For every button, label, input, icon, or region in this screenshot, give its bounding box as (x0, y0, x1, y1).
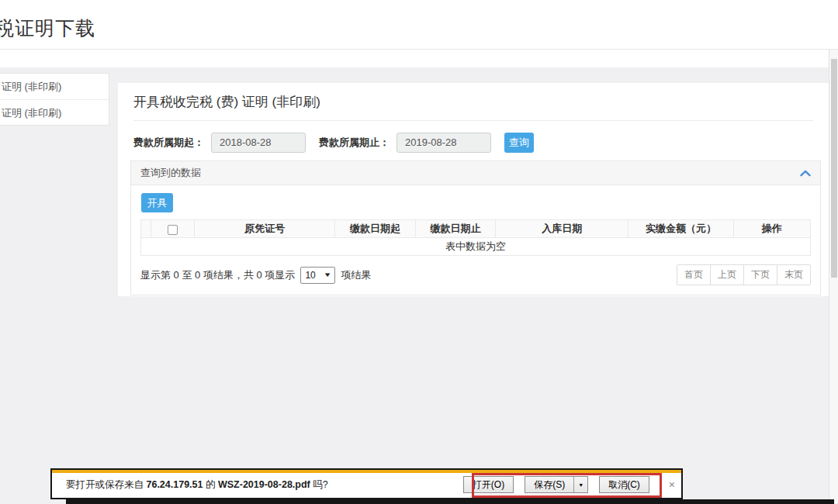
save-button[interactable]: 保存(S) (525, 476, 574, 493)
download-host: 76.24.179.51 (146, 479, 203, 490)
download-message-prefix: 要打开或保存来自 (66, 479, 144, 490)
pagination-row: 显示第 0 至 0 项结果，共 0 项显示 10 ▼ 项结果 首页 上页 下页 … (140, 256, 811, 295)
download-buttons-group: 打开(O) 保存(S) ▼ 取消(C) (463, 476, 649, 493)
results-panel: 查询到的数据 开具 (130, 161, 821, 295)
save-dropdown-icon[interactable]: ▼ (573, 476, 588, 493)
header-divider (0, 49, 838, 50)
select-all-cell (151, 220, 194, 238)
query-form: 费款所属期起： 2018-08-28 费款所属期止： 2019-08-28 查询 (133, 132, 534, 154)
scrollbar-thumb[interactable] (831, 59, 837, 278)
download-message: 要打开或保存来自 76.24.179.51 的 WSZ-2019-08-28.p… (66, 478, 328, 492)
main-panel: 开具税收完税 (费) 证明 (非印刷) 费款所属期起： 2018-08-28 费… (118, 83, 829, 296)
empty-table-message: 表中数据为空 (141, 238, 811, 256)
query-button[interactable]: 查询 (504, 133, 534, 153)
first-page-button[interactable]: 首页 (677, 264, 711, 285)
period-start-label: 费款所属期起： (133, 136, 204, 150)
download-notification-bar: 要打开或保存来自 76.24.179.51 的 WSZ-2019-08-28.p… (50, 468, 683, 499)
main-panel-title: 开具税收完税 (费) 证明 (非印刷) (133, 93, 320, 111)
open-button[interactable]: 打开(O) (463, 476, 514, 493)
pagination-info: 显示第 0 至 0 项结果，共 0 项显示 10 ▼ 项结果 (140, 267, 371, 284)
issue-button[interactable]: 开具 (141, 193, 173, 212)
col-actions: 操作 (733, 220, 810, 238)
title-divider (133, 120, 813, 121)
save-split-button: 保存(S) ▼ (525, 476, 588, 493)
period-end-input[interactable]: 2019-08-28 (396, 133, 491, 153)
results-panel-title: 查询到的数据 (140, 166, 201, 180)
page-size-select[interactable]: 10 ▼ (300, 267, 335, 284)
close-icon[interactable]: × (669, 479, 675, 490)
select-all-checkbox[interactable] (168, 225, 178, 235)
next-page-button[interactable]: 下页 (743, 264, 777, 285)
results-table: 原凭证号 缴款日期起 缴款日期止 入库日期 实缴金额（元） 操作 表中数据为空 (140, 219, 811, 256)
col-voucher-no: 原凭证号 (195, 220, 335, 238)
expander-column-header (141, 220, 151, 238)
select-caret-icon: ▼ (324, 271, 332, 278)
pagination-info-prefix: 显示第 0 至 0 项结果，共 0 项显示 (140, 268, 295, 282)
cancel-button[interactable]: 取消(C) (599, 476, 649, 493)
download-filename: WSZ-2019-08-28.pdf (218, 479, 310, 490)
taskbar-edge-strip (66, 499, 834, 504)
sidebar-item-certificate-2[interactable]: 证明 (非印刷) (0, 99, 109, 125)
table-empty-row: 表中数据为空 (141, 238, 811, 256)
prev-page-button[interactable]: 上页 (710, 264, 744, 285)
pagination-info-suffix: 项结果 (341, 268, 371, 282)
col-storage-date: 入库日期 (496, 220, 628, 238)
table-header-row: 原凭证号 缴款日期起 缴款日期止 入库日期 实缴金额（元） 操作 (141, 220, 811, 238)
last-page-button[interactable]: 末页 (777, 264, 811, 285)
col-pay-date-end: 缴款日期止 (415, 220, 496, 238)
download-message-suffix: 吗? (313, 479, 327, 490)
sidebar-item-certificate-1[interactable]: 证明 (非印刷) (0, 74, 109, 99)
download-message-mid: 的 (206, 479, 216, 490)
col-pay-date-start: 缴款日期起 (335, 220, 416, 238)
collapse-chevron-up-icon[interactable] (800, 170, 811, 177)
vertical-scrollbar[interactable] (829, 50, 838, 504)
period-end-label: 费款所属期止： (319, 136, 390, 150)
page-size-value: 10 (305, 270, 315, 281)
results-panel-body: 开具 原凭证号 缴款日期起 缴款日期止 入库日期 实缴金额（元） (131, 185, 820, 295)
app-window: 税证明下载 证明 (非印刷) 证明 (非印刷) 开具税收完税 (费) 证明 (非… (0, 0, 838, 504)
col-paid-amount: 实缴金额（元） (628, 220, 733, 238)
period-start-input[interactable]: 2018-08-28 (211, 133, 306, 153)
notification-content: 要打开或保存来自 76.24.179.51 的 WSZ-2019-08-28.p… (52, 473, 681, 496)
sidebar: 证明 (非印刷) 证明 (非印刷) (0, 73, 109, 126)
pager-buttons: 首页 上页 下页 末页 (677, 264, 811, 285)
results-panel-header[interactable]: 查询到的数据 (131, 161, 820, 185)
page-title: 税证明下载 (0, 16, 95, 41)
